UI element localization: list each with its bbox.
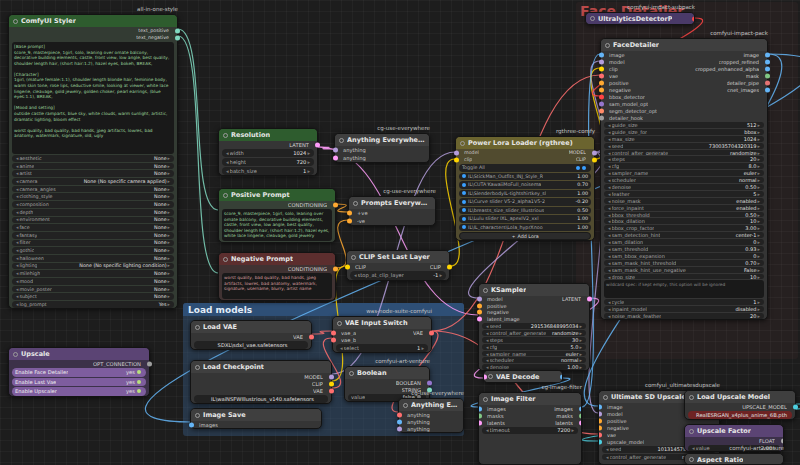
toggle-dot[interactable] — [137, 380, 141, 384]
node-header[interactable]: UltralyticsDetectorP — [586, 13, 694, 24]
lora-toggle[interactable] — [462, 200, 466, 204]
widget-width[interactable]: ◂width1024▸ — [222, 149, 314, 157]
widget-bbox_dilation[interactable]: ◂bbox_dilation10▸ — [604, 218, 764, 224]
increment-arrow[interactable]: ▸ — [756, 299, 761, 305]
widget-clothing_style[interactable]: ◂clothing_styleNone▸ — [12, 193, 174, 200]
increment-arrow[interactable]: ▸ — [756, 163, 761, 169]
node-header[interactable]: Aspect Ratio — [685, 454, 783, 465]
widget-value[interactable]: ◂value2.00▸ — [688, 445, 780, 452]
masks-output-port[interactable] — [579, 413, 583, 418]
increment-arrow[interactable]: ▸ — [578, 344, 583, 350]
increment-arrow[interactable]: ▸ — [167, 287, 171, 292]
node-header[interactable]: Prompts Everywhere — [349, 197, 435, 209]
vae-input-port[interactable] — [598, 432, 602, 437]
increment-arrow[interactable]: ▸ — [578, 351, 583, 357]
-ve-input-port[interactable] — [347, 219, 352, 224]
increment-arrow[interactable]: ▸ — [167, 302, 171, 307]
increment-arrow[interactable]: ▸ — [756, 306, 761, 312]
widget-drop_size[interactable]: ◂drop_size10▸ — [604, 274, 764, 280]
STRING-output-port[interactable] — [427, 387, 432, 392]
widget-anime[interactable]: ◂animeNone▸ — [12, 163, 174, 170]
increment-arrow[interactable]: ▸ — [756, 129, 761, 135]
node-positive-prompt[interactable]: Positive PromptCONDITIONINGscore_9, mast… — [218, 188, 336, 243]
increment-arrow[interactable]: ▸ — [306, 159, 311, 165]
widget-sam_mask_hint_threshold[interactable]: ◂sam_mask_hint_threshold0.70▸ — [604, 260, 764, 266]
widget-lighting[interactable]: ◂lightingNone (No specific lighting cond… — [12, 263, 174, 270]
widget-mood[interactable]: ◂moodNone▸ — [12, 278, 174, 285]
increment-arrow[interactable]: ▸ — [167, 233, 171, 238]
widget-Enable Upscaler[interactable]: Enable Upscaleryes — [12, 387, 146, 396]
widget-force_inpaint[interactable]: ◂force_inpaintenabled▸ — [604, 205, 764, 211]
node-canvas[interactable]: Load modelsFace Detailerall-in-one-style… — [0, 0, 800, 465]
collapse-dot[interactable] — [689, 429, 694, 434]
widget-bbox_crop_factor[interactable]: ◂bbox_crop_factor3.00▸ — [604, 225, 764, 231]
widget-cycle[interactable]: ◂cycle1▸ — [604, 299, 764, 305]
node-negative-prompt[interactable]: Negative PromptCONDITIONINGworst quality… — [218, 252, 336, 301]
widget-subject[interactable]: ◂subjectNone▸ — [12, 293, 174, 300]
increment-arrow[interactable]: ▸ — [167, 271, 171, 276]
increment-arrow[interactable]: ▸ — [578, 357, 583, 363]
widget-sam_detection_hint[interactable]: ◂sam_detection_hintcenter-1▸ — [604, 232, 764, 238]
prompt-textarea[interactable]: score_9, masterpiece, 1girl, solo, leani… — [222, 209, 332, 241]
increment-arrow[interactable]: ▸ — [756, 191, 761, 197]
node-image-filter[interactable]: Image Filterimagesimagesmasksmaskslatent… — [478, 392, 582, 465]
text_negative-output-port[interactable] — [175, 35, 180, 40]
widget-sam_threshold[interactable]: ◂sam_threshold0.93▸ — [604, 246, 764, 252]
images-output-port[interactable] — [579, 406, 583, 411]
increment-arrow[interactable]: ▸ — [756, 246, 761, 252]
node-header[interactable]: Upscale — [9, 348, 149, 360]
node-anything-everywhere3[interactable]: Anything Everywhere3anythinganythinganyt… — [398, 398, 464, 433]
lora-row[interactable]: IL\IL_characters\Lola_hyprXnoo1.00 — [459, 224, 591, 232]
widget-control_after_generate[interactable]: ◂control_after_generaterandomize▸ — [604, 150, 764, 156]
widget-face[interactable]: ◂faceNone▸ — [12, 224, 174, 231]
increment-arrow[interactable]: ▸ — [756, 212, 761, 218]
widget-value-field[interactable]: IL\waiNSFWIllustrious_v140.safetensors — [194, 395, 328, 403]
increment-arrow[interactable]: ▸ — [167, 240, 171, 245]
collapse-dot[interactable] — [351, 255, 356, 260]
collapsed-output-port[interactable] — [560, 374, 563, 379]
node-load-upscale-model[interactable]: Load Upscale ModelUPSCALE_MODELRealESRGA… — [684, 390, 796, 420]
widget-artist[interactable]: ◂artistNone▸ — [12, 170, 174, 177]
increment-arrow[interactable]: ▸ — [756, 177, 761, 183]
positive-input-port[interactable] — [598, 418, 602, 423]
CONDITIONING-output-port[interactable] — [333, 202, 338, 207]
FLOAT-output-port[interactable] — [781, 438, 785, 443]
increment-arrow[interactable]: ▸ — [578, 323, 583, 329]
node-header[interactable]: Positive Prompt — [219, 189, 335, 201]
widget-sam_bbox_expansion[interactable]: ◂sam_bbox_expansion0▸ — [604, 253, 764, 259]
widget-aesthetic[interactable]: ◂aestheticNone▸ — [12, 155, 174, 162]
VAE-output-port[interactable] — [329, 388, 334, 393]
node-header[interactable]: Upscale Factor — [685, 425, 783, 437]
widget-bbox_threshold[interactable]: ◂bbox_threshold0.50▸ — [604, 212, 764, 218]
image-input-port[interactable] — [599, 52, 604, 57]
increment-arrow[interactable]: ▸ — [167, 294, 171, 299]
collapse-dot[interactable] — [590, 16, 595, 21]
widget-scheduler[interactable]: ◂schedulernormal▸ — [604, 177, 764, 183]
sam_model_opt-input-port[interactable] — [599, 101, 604, 106]
increment-arrow[interactable]: ▸ — [167, 202, 171, 207]
node-clip-set-last-layer[interactable]: CLIP Set Last LayerCLIPCLIP◂stop_at_clip… — [346, 250, 450, 281]
images-input-port[interactable] — [478, 406, 482, 411]
+ve-input-port[interactable] — [347, 211, 352, 216]
VAE-output-port[interactable] — [309, 334, 314, 339]
node-header[interactable]: Power Lora Loader (rgthree) — [456, 137, 594, 149]
CLIP-input-port[interactable] — [345, 264, 350, 269]
node-header[interactable]: Negative Prompt — [219, 253, 335, 265]
collapse-dot[interactable] — [483, 397, 488, 402]
widget-noise_mask_feather[interactable]: ◂noise_mask_feather20▸ — [604, 313, 764, 319]
widget-max_size[interactable]: ◂max_size1024▸ — [604, 136, 764, 142]
collapse-dot[interactable] — [403, 403, 408, 408]
collapse-dot[interactable] — [339, 138, 344, 143]
collapsed-input-port[interactable] — [484, 374, 487, 379]
mask-output-port[interactable] — [765, 73, 770, 78]
widget-guide_size_for[interactable]: ◂guide_size_forbbox▸ — [604, 129, 764, 135]
widget-noise_mask[interactable]: ◂noise_maskenabled▸ — [604, 198, 764, 204]
toggle-dot[interactable] — [137, 370, 141, 374]
MODEL-output-port[interactable] — [592, 150, 597, 155]
widget-sampler_name[interactable]: ◂sampler_nameeuler▸ — [482, 351, 586, 357]
node-header[interactable]: Load Upscale Model — [685, 391, 795, 403]
images-input-port[interactable] — [189, 422, 194, 427]
cropped_enhanced_alpha-output-port[interactable] — [765, 66, 770, 71]
widget-halloween[interactable]: ◂halloweenNone▸ — [12, 255, 174, 262]
increment-arrow[interactable]: ▸ — [167, 187, 171, 192]
